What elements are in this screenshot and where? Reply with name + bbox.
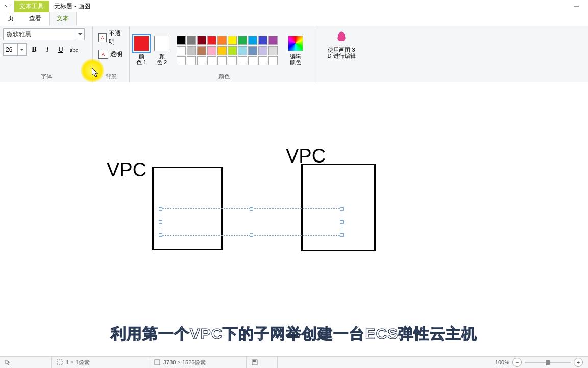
palette-swatch[interactable] (258, 56, 267, 65)
color2-swatch (155, 36, 169, 51)
canvas-text-1: VPC (107, 159, 146, 181)
group-label-colors: 颜色 (133, 73, 315, 81)
group-label-background: 背景 (96, 73, 126, 81)
video-caption: 利用第一个VPC下的子网举创建一台ECS弹性云主机 (0, 324, 588, 344)
font-family-select[interactable]: 微软雅黑 (3, 28, 85, 40)
canvas-rect-2 (301, 164, 376, 251)
svg-rect-2 (155, 360, 160, 365)
italic-button[interactable]: I (42, 44, 53, 55)
strikethrough-button[interactable]: abc (68, 44, 80, 55)
palette-swatch[interactable] (207, 56, 216, 65)
palette-swatch[interactable] (197, 36, 206, 45)
palette-swatch[interactable] (187, 46, 196, 55)
palette-swatch[interactable] (238, 36, 247, 45)
palette-swatch[interactable] (197, 46, 206, 55)
canvas-area[interactable]: VPC VPC 利用第一个VPC下的子网举创建一台ECS弹性云主机 (0, 82, 588, 357)
color1-swatch (134, 36, 149, 51)
save-icon (252, 359, 258, 365)
cursor-pos-icon (5, 359, 11, 365)
title-bar: 文本工具 无标题 - 画图 (0, 0, 588, 12)
group-colors: 颜色 1 颜色 2 编辑颜色 颜色 (130, 26, 318, 82)
palette-swatch[interactable] (248, 56, 257, 65)
palette-swatch[interactable] (177, 56, 186, 65)
ribbon-tabs: 页 查看 文本 (0, 12, 588, 26)
chevron-down-icon[interactable] (17, 44, 26, 55)
ribbon: 微软雅黑 26 B I U abc 字体 (0, 26, 588, 83)
chevron-down-icon[interactable] (76, 29, 84, 40)
qat-customize[interactable] (3, 2, 11, 10)
group-font: 微软雅黑 26 B I U abc 字体 (0, 26, 93, 82)
palette-swatch[interactable] (197, 56, 206, 65)
edit-colors-button[interactable]: 编辑颜色 (285, 36, 306, 65)
context-tab-label: 文本工具 (14, 1, 49, 12)
palette-swatch[interactable] (187, 36, 196, 45)
palette-swatch[interactable] (238, 56, 247, 65)
palette-swatch[interactable] (207, 36, 216, 45)
color-wheel-icon (288, 36, 303, 51)
opaque-option[interactable]: A 不透明 (96, 28, 126, 48)
transparent-icon: A (98, 50, 108, 59)
palette-swatch[interactable] (248, 36, 257, 45)
zoom-slider[interactable] (525, 362, 571, 363)
zoom-in-button[interactable]: + (574, 358, 583, 367)
text-input-box[interactable] (160, 208, 342, 236)
group-label-font: 字体 (3, 73, 89, 81)
paint3d-icon (334, 30, 349, 44)
tab-text[interactable]: 文本 (49, 12, 77, 26)
svg-rect-1 (57, 360, 62, 365)
tab-home[interactable]: 页 (0, 12, 21, 26)
palette-swatch[interactable] (217, 36, 227, 45)
canvas-dim-icon (154, 359, 160, 365)
palette-swatch[interactable] (248, 46, 257, 55)
canvas-dim: 3780 × 1526像素 (163, 359, 206, 366)
window-title: 无标题 - 画图 (54, 2, 90, 11)
palette-swatch[interactable] (228, 46, 237, 55)
palette-swatch[interactable] (258, 46, 267, 55)
palette-swatch[interactable] (187, 56, 196, 65)
palette-swatch[interactable] (268, 46, 278, 55)
zoom-out-button[interactable]: − (512, 358, 522, 367)
selection-dim-icon (57, 359, 63, 365)
tab-view[interactable]: 查看 (21, 12, 49, 26)
opaque-icon: A (98, 33, 107, 42)
zoom-value: 100% (495, 359, 509, 365)
color2-button[interactable]: 颜色 2 (153, 36, 170, 65)
palette-swatch[interactable] (177, 46, 186, 55)
group-background: A 不透明 A 透明 背景 (93, 26, 130, 82)
bold-button[interactable]: B (29, 44, 40, 55)
color-palette (177, 36, 278, 65)
group-paint3d: 使用画图 3D 进行编辑 (318, 26, 364, 82)
palette-swatch[interactable] (238, 46, 247, 55)
transparent-option[interactable]: A 透明 (96, 49, 126, 60)
font-family-value: 微软雅黑 (4, 30, 76, 39)
palette-swatch[interactable] (217, 46, 227, 55)
palette-swatch[interactable] (228, 56, 237, 65)
minimize-button[interactable] (565, 0, 588, 12)
palette-swatch[interactable] (217, 56, 227, 65)
palette-swatch[interactable] (228, 36, 237, 45)
font-size-select[interactable]: 26 (3, 43, 27, 56)
palette-swatch[interactable] (268, 56, 278, 65)
zoom-control[interactable]: 100% − + (490, 358, 588, 367)
palette-swatch[interactable] (207, 46, 216, 55)
color1-button[interactable]: 颜色 1 (133, 36, 150, 65)
paint3d-button[interactable]: 使用画图 3D 进行编辑 (322, 28, 361, 61)
palette-swatch[interactable] (258, 36, 267, 45)
underline-button[interactable]: U (55, 44, 66, 55)
palette-swatch[interactable] (268, 36, 278, 45)
svg-rect-4 (253, 360, 256, 362)
font-size-value: 26 (4, 46, 17, 53)
status-bar: 1 × 1像素 3780 × 1526像素 100% − + (0, 356, 588, 368)
cursor-dim: 1 × 1像素 (66, 359, 90, 366)
palette-swatch[interactable] (177, 36, 186, 45)
